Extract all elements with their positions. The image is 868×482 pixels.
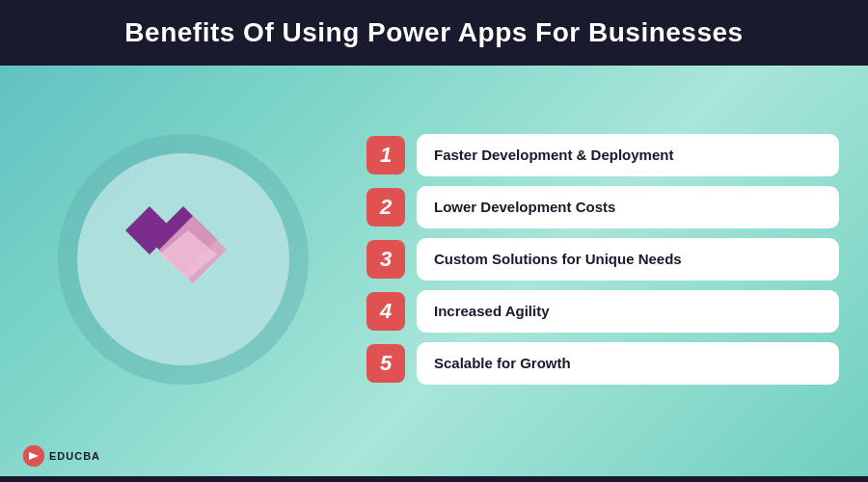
logo-circle-outer: [58, 134, 309, 385]
benefit-text-5: Scalable for Growth: [417, 342, 839, 385]
educba-logo-mark: [23, 445, 44, 467]
bottom-bar: [0, 476, 868, 482]
benefits-section: 1Faster Development & Deployment2Lower D…: [347, 134, 839, 385]
content-area: 1Faster Development & Deployment2Lower D…: [0, 66, 868, 453]
benefit-text-2: Lower Development Costs: [417, 186, 839, 228]
footer-area: EDUCBA: [0, 453, 868, 482]
benefit-number-5: 5: [366, 344, 405, 383]
power-apps-logo: [121, 197, 246, 322]
benefit-item-5: 5Scalable for Growth: [366, 342, 839, 385]
footer-logo: EDUCBA: [12, 441, 112, 474]
benefit-text-1: Faster Development & Deployment: [417, 134, 839, 176]
benefit-number-3: 3: [366, 240, 405, 279]
logo-section: [19, 85, 347, 434]
benefit-text-3: Custom Solutions for Unique Needs: [417, 238, 839, 281]
benefit-number-1: 1: [366, 136, 405, 174]
benefit-item-3: 3Custom Solutions for Unique Needs: [366, 238, 839, 281]
header: Benefits Of Using Power Apps For Busines…: [0, 0, 868, 66]
benefit-item-4: 4Increased Agility: [366, 290, 839, 333]
benefit-item-1: 1Faster Development & Deployment: [366, 134, 839, 176]
page-title: Benefits Of Using Power Apps For Busines…: [29, 17, 839, 48]
benefit-item-2: 2Lower Development Costs: [366, 186, 839, 228]
logo-circle-inner: [77, 153, 289, 365]
benefit-number-2: 2: [366, 188, 405, 227]
benefit-number-4: 4: [366, 292, 405, 331]
brand-label: EDUCBA: [49, 450, 100, 462]
main-container: Benefits Of Using Power Apps For Busines…: [0, 0, 868, 482]
benefit-text-4: Increased Agility: [417, 290, 839, 333]
